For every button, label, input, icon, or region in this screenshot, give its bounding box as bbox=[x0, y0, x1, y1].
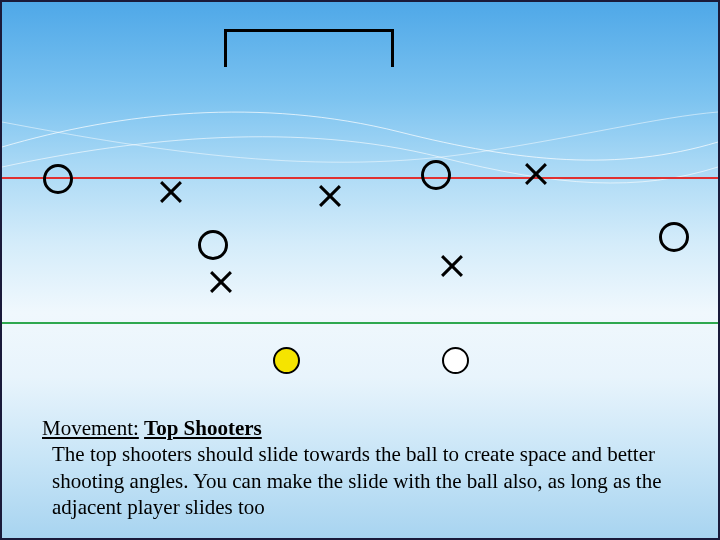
o-marker bbox=[198, 230, 228, 260]
caption: Movement: Top Shooters The top shooters … bbox=[42, 415, 678, 520]
goal-bracket bbox=[224, 29, 394, 67]
x-marker bbox=[524, 162, 548, 186]
x-marker bbox=[440, 254, 464, 278]
x-marker bbox=[159, 180, 183, 204]
ball-marker bbox=[442, 347, 469, 374]
x-marker bbox=[318, 184, 342, 208]
o-marker bbox=[659, 222, 689, 252]
green-line bbox=[2, 322, 718, 324]
x-marker bbox=[209, 270, 233, 294]
ball-marker bbox=[273, 347, 300, 374]
o-marker bbox=[43, 164, 73, 194]
caption-title-label: Movement: bbox=[42, 416, 139, 440]
caption-body: The top shooters should slide towards th… bbox=[42, 441, 678, 520]
o-marker bbox=[421, 160, 451, 190]
caption-title-name: Top Shooters bbox=[144, 416, 262, 440]
caption-title: Movement: Top Shooters bbox=[42, 415, 678, 441]
red-line bbox=[2, 177, 718, 179]
slide: Movement: Top Shooters The top shooters … bbox=[0, 0, 720, 540]
